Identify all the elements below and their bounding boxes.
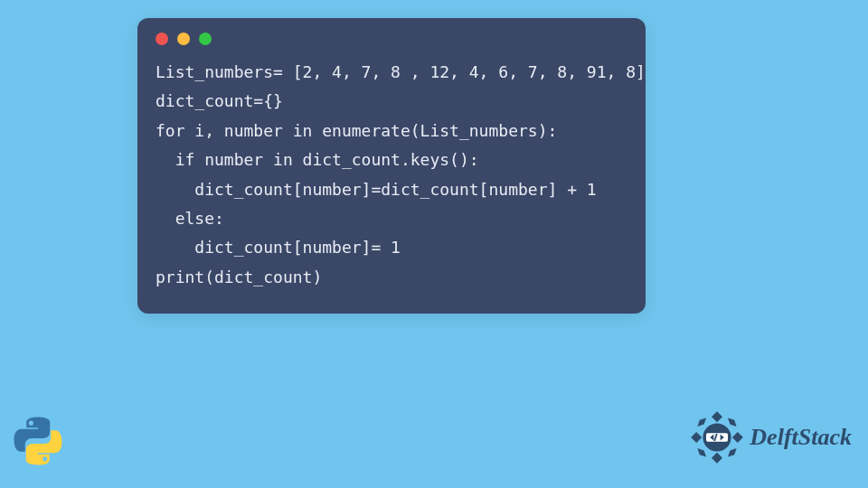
svg-marker-7 <box>728 448 737 457</box>
python-icon <box>13 416 63 466</box>
minimize-icon[interactable] <box>177 33 190 45</box>
code-line: dict_count={} <box>156 91 283 110</box>
brand: DelftStack <box>690 410 852 465</box>
svg-marker-5 <box>728 418 737 427</box>
close-icon[interactable] <box>156 33 168 45</box>
code-block: List_numbers= [2, 4, 7, 8 , 12, 4, 6, 7,… <box>137 54 646 314</box>
code-window: List_numbers= [2, 4, 7, 8 , 12, 4, 6, 7,… <box>137 18 646 314</box>
brand-name: DelftStack <box>750 424 852 451</box>
code-line: List_numbers= [2, 4, 7, 8 , 12, 4, 6, 7,… <box>156 62 646 81</box>
delftstack-icon <box>690 410 744 465</box>
maximize-icon[interactable] <box>199 33 212 45</box>
svg-marker-6 <box>698 448 707 457</box>
code-line: print(dict_count) <box>156 267 322 286</box>
code-line: dict_count[number]= 1 <box>156 238 401 257</box>
code-line: for i, number in enumerate(List_numbers)… <box>156 121 557 140</box>
window-titlebar <box>137 18 646 54</box>
svg-marker-3 <box>732 432 743 443</box>
code-line: if number in dict_count.keys(): <box>156 150 479 169</box>
svg-marker-0 <box>712 411 722 422</box>
svg-marker-1 <box>712 453 722 464</box>
svg-marker-2 <box>692 432 703 443</box>
svg-marker-4 <box>698 418 707 427</box>
code-line: else: <box>156 209 224 228</box>
code-line: dict_count[number]=dict_count[number] + … <box>156 180 597 199</box>
